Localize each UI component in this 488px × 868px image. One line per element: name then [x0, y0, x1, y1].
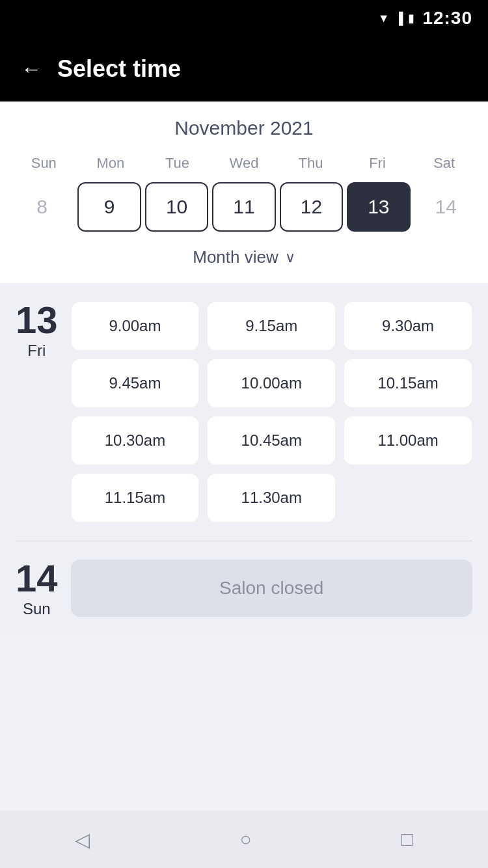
time-slot-1115[interactable]: 11.15am: [71, 473, 200, 522]
back-button[interactable]: ←: [21, 57, 42, 81]
wifi-icon: ▼: [378, 12, 390, 25]
section-divider: [16, 541, 472, 541]
chevron-down-icon: ∨: [285, 249, 295, 266]
day-cell-10[interactable]: 10: [145, 182, 208, 232]
salon-closed-label: Salon closed: [219, 578, 323, 599]
day-cell-12[interactable]: 12: [280, 182, 343, 232]
day-header-sun: Sun: [10, 152, 77, 174]
day-13-label: 13 Fri: [16, 301, 58, 360]
day-header-sat: Sat: [411, 152, 478, 174]
day-block-14: 14 Sun Salon closed: [16, 560, 472, 618]
day-header-wed: Wed: [211, 152, 278, 174]
day-cell-14[interactable]: 14: [414, 182, 478, 232]
time-slot-945[interactable]: 9.45am: [71, 359, 200, 408]
battery-icon: ▮: [408, 11, 414, 25]
day-header-tue: Tue: [144, 152, 211, 174]
nav-recent-button[interactable]: □: [401, 828, 413, 850]
day-14-name: Sun: [16, 600, 58, 618]
status-time: 12:30: [422, 8, 472, 29]
signal-icon: ▐: [395, 12, 403, 25]
day-cell-13[interactable]: 13: [347, 182, 410, 232]
day-headers-row: Sun Mon Tue Wed Thu Fri Sat: [10, 152, 478, 174]
time-slot-915[interactable]: 9.15am: [207, 301, 336, 351]
bottom-navigation: ◁ ○ □: [0, 811, 488, 868]
day-14-label: 14 Sun: [16, 560, 58, 618]
day-14-row: 14 Sun Salon closed: [16, 560, 472, 618]
day-header-thu: Thu: [277, 152, 344, 174]
time-slot-1015[interactable]: 10.15am: [344, 359, 472, 408]
nav-back-button[interactable]: ◁: [75, 828, 90, 851]
time-slot-1100[interactable]: 11.00am: [344, 416, 472, 465]
day-cell-9[interactable]: 9: [77, 182, 141, 232]
day-13-name: Fri: [16, 342, 58, 360]
status-bar: ▼ ▐ ▮ 12:30: [0, 0, 488, 36]
page-title: Select time: [57, 55, 181, 83]
month-year-label: November 2021: [10, 117, 478, 139]
day-header-mon: Mon: [77, 152, 144, 174]
time-slot-930[interactable]: 9.30am: [344, 301, 472, 351]
time-slot-1045[interactable]: 10.45am: [207, 416, 336, 465]
day-13-header: 13 Fri 9.00am 9.15am 9.30am 9.45am 10.00…: [16, 301, 472, 522]
month-view-label: Month view: [193, 247, 278, 267]
day-block-13: 13 Fri 9.00am 9.15am 9.30am 9.45am 10.00…: [16, 301, 472, 522]
week-row: 8 9 10 11 12 13 14: [10, 182, 478, 232]
month-view-toggle[interactable]: Month view ∨: [10, 237, 478, 273]
day-cell-11[interactable]: 11: [212, 182, 275, 232]
day-13-num: 13: [16, 301, 58, 339]
status-icons: ▼ ▐ ▮: [378, 11, 415, 25]
day-13-time-grid: 9.00am 9.15am 9.30am 9.45am 10.00am 10.1…: [71, 301, 472, 522]
timeslots-section: 13 Fri 9.00am 9.15am 9.30am 9.45am 10.00…: [0, 283, 488, 634]
time-slot-1030[interactable]: 10.30am: [71, 416, 200, 465]
time-slot-1130[interactable]: 11.30am: [207, 473, 336, 522]
time-slot-900[interactable]: 9.00am: [71, 301, 200, 351]
calendar-section: November 2021 Sun Mon Tue Wed Thu Fri Sa…: [0, 102, 488, 283]
day-14-num: 14: [16, 560, 58, 597]
time-slot-1000[interactable]: 10.00am: [207, 359, 336, 408]
app-header: ← Select time: [0, 36, 488, 102]
day-cell-8[interactable]: 8: [10, 182, 74, 232]
salon-closed-box: Salon closed: [71, 560, 472, 617]
nav-home-button[interactable]: ○: [239, 828, 251, 850]
day-header-fri: Fri: [344, 152, 411, 174]
